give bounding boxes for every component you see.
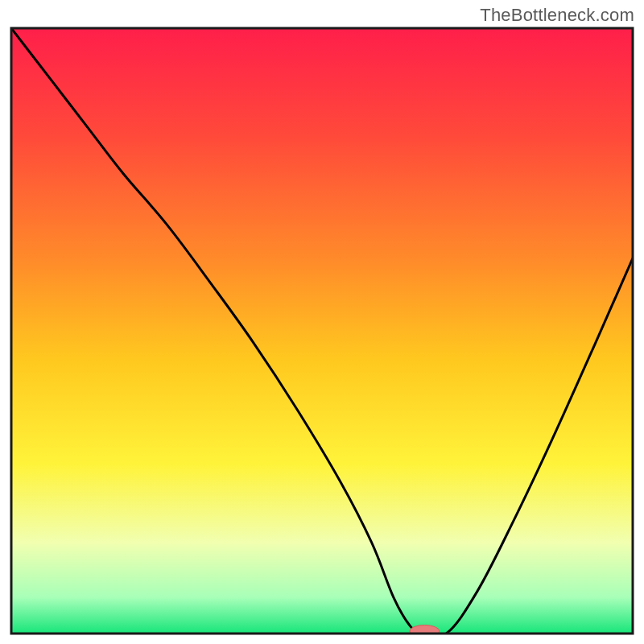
watermark-text: TheBottleneck.com bbox=[480, 5, 634, 26]
bottleneck-chart bbox=[0, 0, 644, 644]
gradient-background bbox=[11, 28, 633, 634]
optimum-marker bbox=[410, 625, 440, 637]
chart-container: TheBottleneck.com bbox=[0, 0, 644, 644]
